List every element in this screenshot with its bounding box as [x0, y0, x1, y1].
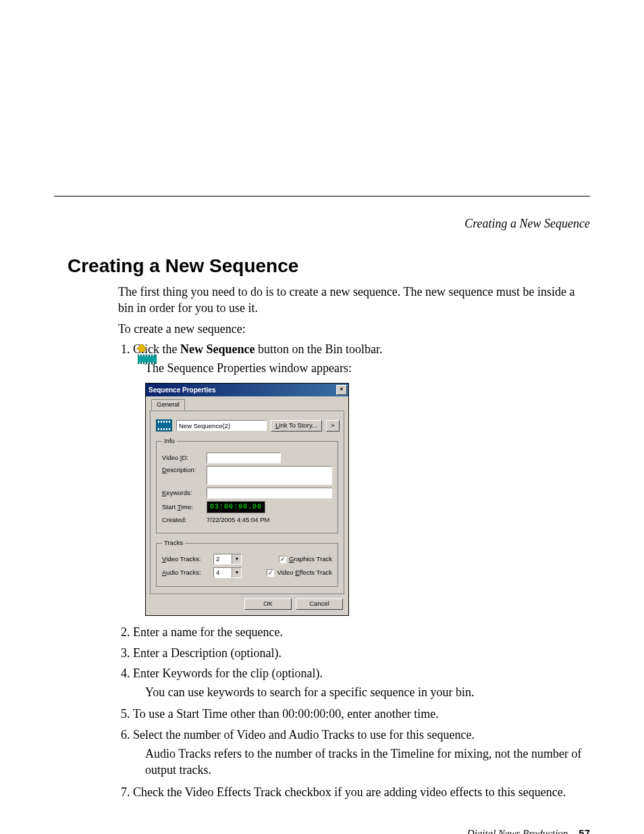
procedure-lead: To create a new sequence: — [118, 321, 590, 337]
intro-paragraph: The first thing you need to do is to cre… — [118, 284, 590, 317]
dialog-screenshot: Sequence Properties × General — [145, 383, 590, 616]
created-label: Created: — [162, 516, 203, 525]
graphics-track-label: Graphics Track — [289, 555, 332, 564]
video-tracks-value: 2 — [214, 554, 232, 564]
step-4: Enter Keywords for the clip (optional). … — [133, 665, 590, 701]
svg-rect-12 — [144, 362, 146, 363]
footer-page-number: 57 — [579, 827, 590, 834]
sequence-properties-dialog: Sequence Properties × General — [145, 383, 349, 616]
link-to-story-button[interactable]: Link To Story... — [271, 420, 322, 432]
audio-tracks-value: 4 — [214, 568, 232, 577]
tracks-legend: Tracks — [162, 539, 185, 548]
info-group: Info Video ID: Description: — [156, 437, 338, 533]
step-1: Click the New Sequence button on the Bin… — [133, 341, 590, 616]
new-sequence-icon — [135, 342, 159, 369]
step-7: Check the Video Effects Track checkbox i… — [133, 784, 590, 800]
step-6: Select the number of Video and Audio Tra… — [133, 727, 590, 779]
keywords-label: Keywords: — [162, 489, 203, 498]
tracks-group: Tracks Video Tracks: 2 ▾ — [156, 539, 338, 588]
video-id-input[interactable] — [207, 452, 281, 463]
tab-general[interactable]: General — [151, 399, 185, 410]
step-3: Enter a Description (optional). — [133, 645, 590, 661]
cancel-button[interactable]: Cancel — [296, 598, 343, 610]
sequence-name-input[interactable] — [176, 420, 267, 431]
audio-tracks-label: Audio Tracks: — [162, 569, 209, 577]
svg-rect-6 — [144, 355, 146, 356]
video-effects-track-checkbox[interactable]: ✓ Video Effects Track — [267, 569, 332, 577]
svg-rect-15 — [153, 362, 154, 363]
step-1-sub: The Sequence Properties window appears: — [145, 360, 590, 376]
step-4-sub: You can use keywords to search for a spe… — [145, 684, 590, 700]
video-tracks-select[interactable]: 2 ▾ — [213, 554, 242, 565]
description-label: Description: — [162, 466, 203, 475]
graphics-track-checkbox[interactable]: ✓ Graphics Track — [279, 555, 332, 564]
chevron-down-icon: ▾ — [232, 554, 241, 564]
dialog-titlebar: Sequence Properties × — [146, 384, 348, 396]
svg-rect-14 — [150, 362, 151, 363]
info-legend: Info — [162, 437, 177, 446]
description-input[interactable] — [207, 466, 332, 485]
start-time-input[interactable]: 03:00:00.00 — [207, 501, 265, 513]
header-rule — [54, 196, 590, 197]
close-icon[interactable]: × — [336, 385, 347, 395]
step-5: To use a Start Time other than 00:00:00:… — [133, 706, 590, 722]
keywords-input[interactable] — [207, 488, 332, 498]
created-value: 7/22/2005 4:45:04 PM — [207, 516, 270, 525]
svg-rect-7 — [147, 355, 149, 356]
checkbox-checked-icon: ✓ — [267, 569, 274, 577]
svg-rect-4 — [139, 355, 140, 356]
link-arrow-button[interactable]: > — [326, 420, 340, 432]
step-2: Enter a name for the sequence. — [133, 624, 590, 640]
video-effects-track-label: Video Effects Track — [277, 569, 332, 577]
video-tracks-label: Video Tracks: — [162, 555, 209, 564]
footer-book-title: Digital News Production — [467, 828, 568, 834]
svg-rect-13 — [147, 362, 149, 363]
svg-marker-0 — [136, 344, 147, 352]
video-id-label: Video ID: — [162, 454, 203, 463]
svg-rect-11 — [142, 362, 143, 363]
svg-rect-10 — [139, 362, 140, 363]
step-6-sub: Audio Tracks refers to the number of tra… — [145, 746, 590, 779]
step-1-suffix: button on the Bin toolbar. — [255, 342, 383, 356]
step-1-bold: New Sequence — [180, 342, 255, 356]
dialog-title: Sequence Properties — [149, 386, 215, 395]
section-heading: Creating a New Sequence — [68, 255, 590, 277]
svg-rect-9 — [153, 355, 154, 356]
running-head: Creating a New Sequence — [54, 217, 590, 231]
checkbox-checked-icon: ✓ — [279, 556, 286, 563]
svg-rect-8 — [150, 355, 151, 356]
page-footer: Digital News Production 57 — [54, 827, 590, 834]
audio-tracks-select[interactable]: 4 ▾ — [213, 567, 242, 578]
sequence-icon — [156, 419, 172, 432]
start-time-label: Start Time: — [162, 503, 203, 512]
ok-button[interactable]: OK — [244, 598, 292, 610]
svg-rect-5 — [142, 355, 143, 356]
chevron-down-icon: ▾ — [232, 568, 241, 577]
